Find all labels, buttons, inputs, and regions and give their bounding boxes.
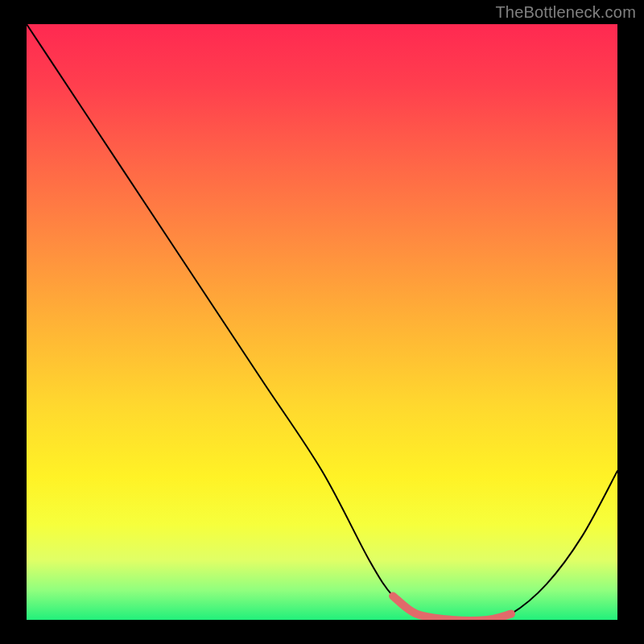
chart-container: TheBottleneck.com: [0, 0, 644, 644]
optimal-band-path: [393, 596, 511, 620]
curve-layer: [27, 24, 617, 620]
attribution-label: TheBottleneck.com: [495, 3, 636, 22]
plot-area: [27, 24, 617, 620]
bottleneck-curve-path: [27, 24, 617, 620]
